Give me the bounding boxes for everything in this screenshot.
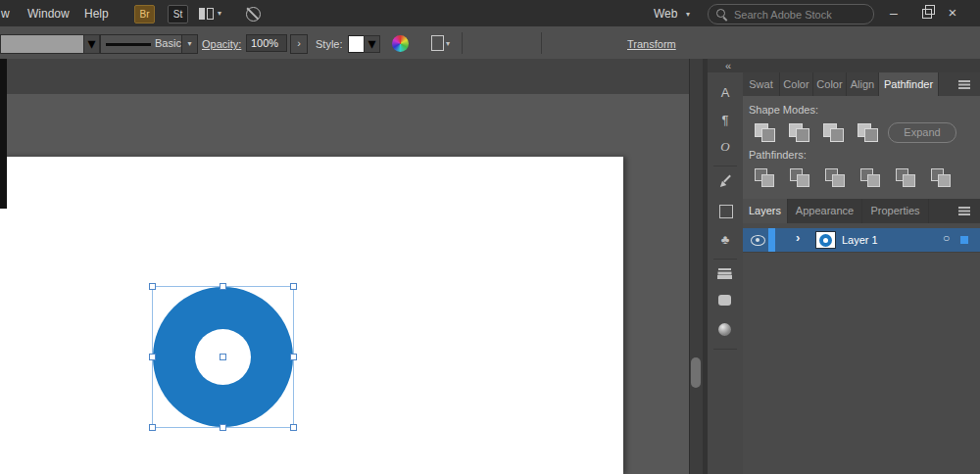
collapse-panels-icon[interactable]: « [725,59,731,72]
layer-thumbnail-shape [819,234,832,247]
tab-color[interactable]: Color [780,72,813,96]
brush-definition-dropdown[interactable]: Basic ▾ [100,34,198,54]
expand-button[interactable]: Expand [888,122,956,143]
vertical-scrollbar[interactable] [689,59,704,474]
document-setup-icon[interactable] [431,35,444,51]
tab-properties[interactable]: Properties [862,199,929,223]
arrange-documents-caret-icon[interactable]: ▾ [218,10,221,18]
layer-row-separator [743,252,980,253]
layers-panel-menu-icon[interactable] [958,207,970,209]
tab-layers[interactable]: Layers [743,199,788,223]
workspace-caret-icon[interactable]: ▾ [686,11,690,19]
brushes-panel-icon[interactable] [718,174,732,190]
opentype-panel-icon[interactable]: O [708,139,743,155]
tab-pathfinder[interactable]: Pathfinder [879,72,939,96]
menu-item-help[interactable]: Help [84,7,109,21]
minimize-button[interactable]: – [882,0,906,26]
layer-thumbnail[interactable] [815,231,836,249]
selection-handle-nw[interactable] [149,283,156,290]
appearance-panel-icon[interactable] [718,295,731,306]
selection-handle-s[interactable] [220,424,226,431]
strip-divider [713,349,737,350]
tab-color-guide[interactable]: Color [813,72,847,96]
workspace-switcher[interactable]: Web [654,7,677,21]
selection-handle-ne[interactable] [290,283,297,290]
search-icon [716,9,725,18]
menu-item-view-partial[interactable]: w [1,7,10,21]
pathfinder-panel-menu-icon[interactable] [958,80,970,82]
exclude-icon[interactable] [856,122,879,142]
layers-tab-bar: Layers Appearance Properties [743,199,980,223]
intersect-icon[interactable] [821,122,845,142]
stroke-profile-caret-icon[interactable]: ▾ [83,34,100,54]
brush-caret-icon[interactable]: ▾ [181,35,197,53]
layer-selected-accent [768,228,775,252]
vertical-scrollbar-thumb[interactable] [691,357,701,388]
restore-icon [922,9,932,19]
artboards-panel-icon[interactable] [719,205,733,218]
layers-panel [743,223,980,474]
opacity-options-button[interactable]: › [290,34,308,54]
layer-target-icon[interactable]: ○ [943,232,950,244]
brush-name: Basic [155,37,181,49]
symbols-panel-icon[interactable]: ♣ [708,232,743,247]
stroke-profile-dropdown[interactable] [0,34,85,54]
selection-handle-w[interactable] [149,354,156,360]
pathfinders-label: Pathfinders: [749,149,807,161]
stroke-panel-icon[interactable] [718,268,731,270]
crop-icon[interactable] [858,167,882,187]
pasteboard-top [0,59,689,94]
search-input[interactable] [732,6,869,24]
dock-collapse-bar [708,59,980,72]
layer-selection-indicator[interactable] [960,236,968,244]
selection-center-point[interactable] [220,354,226,360]
selection-handle-n[interactable] [220,283,226,290]
opacity-input[interactable] [246,34,287,52]
divide-icon[interactable] [753,167,776,187]
style-label: Style: [316,38,343,50]
tab-swatches[interactable]: Swat [743,72,780,96]
illustrator-window: w Window Help Br St ▾ Web ▾ – × ▾ Basic … [0,0,980,474]
bridge-icon[interactable]: Br [134,5,155,24]
opacity-label[interactable]: Opacity: [202,38,241,50]
recolor-artwork-icon[interactable] [392,35,409,52]
style-caret-icon[interactable]: ▾ [364,35,380,53]
trim-icon[interactable] [788,167,811,187]
layer-name[interactable]: Layer 1 [842,234,878,246]
stock-icon[interactable]: St [168,5,188,24]
canvas-area[interactable] [0,59,689,474]
selection-handle-e[interactable] [290,354,297,360]
strip-divider [713,166,737,166]
arrange-documents-icon[interactable] [199,8,214,20]
menubar: w Window Help Br St ▾ Web ▾ – × [0,0,980,27]
layer-visibility-eye-icon[interactable] [751,235,765,246]
touch-workspace-icon[interactable] [246,7,261,22]
artboard[interactable] [0,157,623,474]
divider [541,32,542,54]
adobe-stock-search[interactable] [708,4,874,24]
tab-align[interactable]: Align [847,72,879,96]
unite-icon[interactable] [753,122,776,142]
shape-modes-label: Shape Modes: [749,104,818,116]
layer-disclosure-icon[interactable]: › [796,231,800,244]
document-setup-caret-icon[interactable]: ▾ [446,40,450,48]
panel-edge-strip [0,59,7,209]
pathfinder-panel: Shape Modes: Pathfinders: [743,96,980,199]
selection-handle-sw[interactable] [149,424,156,431]
outline-icon[interactable] [894,167,917,187]
character-panel-icon[interactable]: A [708,85,743,100]
control-bar: ▾ Basic ▾ Opacity: › Style: ▾ ▾ [0,26,980,60]
paragraph-panel-icon[interactable]: ¶ [708,113,743,127]
merge-icon[interactable] [823,167,847,187]
graphic-styles-panel-icon[interactable] [718,323,731,336]
panel-icon-strip [708,72,744,474]
tab-appearance[interactable]: Appearance [788,199,862,223]
menu-item-window[interactable]: Window [27,7,70,21]
transform-link[interactable]: Transform [627,38,676,50]
close-button[interactable]: × [941,0,964,26]
divider [462,32,463,54]
minus-front-icon[interactable] [787,122,810,142]
selection-handle-se[interactable] [290,424,297,431]
minus-back-icon[interactable] [929,167,953,187]
brush-stroke-preview [106,43,151,46]
